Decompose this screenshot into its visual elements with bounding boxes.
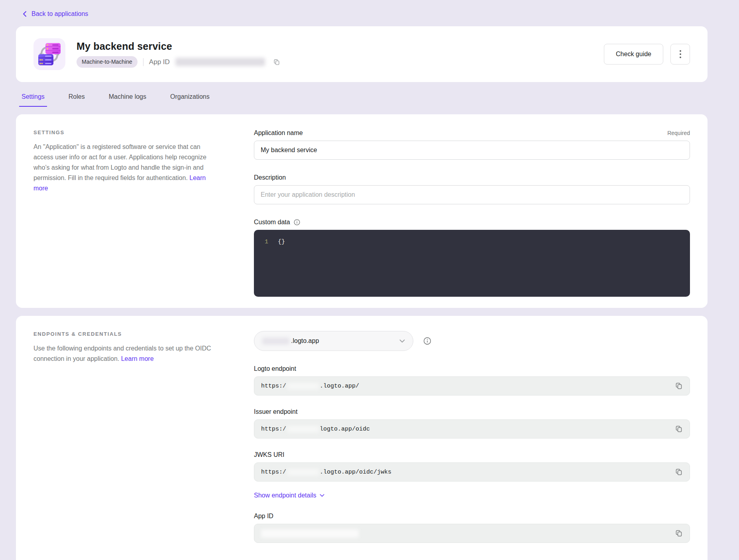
domain-suffix: .logto.app xyxy=(291,337,319,345)
endpoints-credentials-card: ENDPOINTS & CREDENTIALS Use the followin… xyxy=(16,316,708,560)
copy-jwks-uri-button[interactable] xyxy=(675,468,683,476)
app-id-label: App ID xyxy=(149,58,170,66)
show-endpoint-details-toggle[interactable]: Show endpoint details xyxy=(254,492,690,499)
jwks-uri-field: https:/ .logto.app/oidc/jwks xyxy=(254,462,690,482)
check-guide-button[interactable]: Check guide xyxy=(604,44,663,65)
tab-organizations[interactable]: Organizations xyxy=(168,93,212,107)
settings-section-heading: SETTINGS xyxy=(33,129,217,135)
issuer-endpoint-label: Issuer endpoint xyxy=(254,408,297,415)
jwks-uri-label: JWKS URI xyxy=(254,451,284,458)
settings-card: SETTINGS An "Application" is a registere… xyxy=(16,114,708,308)
copy-issuer-endpoint-button[interactable] xyxy=(675,425,683,433)
back-to-applications-link[interactable]: Back to applications xyxy=(22,10,708,18)
domain-info-icon[interactable] xyxy=(423,337,432,345)
app-type-badge: Machine-to-Machine xyxy=(77,56,138,67)
copy-logto-endpoint-button[interactable] xyxy=(675,382,683,390)
app-id-field xyxy=(254,524,690,543)
redacted-app-id-value xyxy=(261,529,359,538)
copy-app-id-value-button[interactable] xyxy=(675,529,683,537)
application-name-label: Application name xyxy=(254,129,303,137)
custom-data-code-editor[interactable]: 1 {} xyxy=(254,230,690,297)
issuer-endpoint-field: https:/ logto.app/oidc xyxy=(254,419,690,439)
tab-roles[interactable]: Roles xyxy=(66,93,87,107)
back-link-label: Back to applications xyxy=(31,10,88,18)
divider xyxy=(143,58,143,66)
chevron-left-icon xyxy=(22,11,28,17)
application-detail-page: Back to applications xyxy=(0,0,739,560)
redacted-tenant-id xyxy=(287,383,319,390)
tab-settings[interactable]: Settings xyxy=(19,93,47,107)
application-header-card: My backend service Machine-to-Machine Ap… xyxy=(16,26,708,82)
tab-bar: Settings Roles Machine logs Organization… xyxy=(19,93,708,107)
app-id-field-label: App ID xyxy=(254,513,273,520)
page-title: My backend service xyxy=(77,41,280,52)
chevron-down-icon xyxy=(399,339,405,343)
machine-to-machine-app-icon xyxy=(33,38,65,70)
required-tag: Required xyxy=(667,130,690,136)
description-input[interactable] xyxy=(254,185,690,204)
application-name-input[interactable] xyxy=(254,141,690,160)
redacted-app-id-value xyxy=(175,58,265,66)
custom-data-label: Custom data xyxy=(254,219,301,226)
tab-machine-logs[interactable]: Machine logs xyxy=(106,93,149,107)
endpoints-section-description: Use the following endpoints and credenti… xyxy=(33,343,217,364)
logto-endpoint-label: Logto endpoint xyxy=(254,365,296,372)
code-line-number: 1 xyxy=(254,238,268,247)
redacted-tenant-id xyxy=(262,338,289,345)
chevron-down-icon xyxy=(320,494,324,497)
domain-select[interactable]: .logto.app xyxy=(254,331,413,351)
more-options-button[interactable] xyxy=(670,44,690,65)
description-label: Description xyxy=(254,174,286,181)
copy-app-id-button[interactable] xyxy=(273,59,280,66)
code-content[interactable]: {} xyxy=(278,238,285,247)
redacted-tenant-id xyxy=(287,426,319,433)
info-icon[interactable] xyxy=(293,219,301,226)
endpoints-learn-more-link[interactable]: Learn more xyxy=(121,355,154,362)
settings-section-description: An "Application" is a registered softwar… xyxy=(33,142,217,194)
redacted-tenant-id xyxy=(287,469,319,476)
logto-endpoint-field: https:/ .logto.app/ xyxy=(254,376,690,396)
endpoints-section-heading: ENDPOINTS & CREDENTIALS xyxy=(33,331,217,337)
kebab-icon xyxy=(680,50,681,52)
